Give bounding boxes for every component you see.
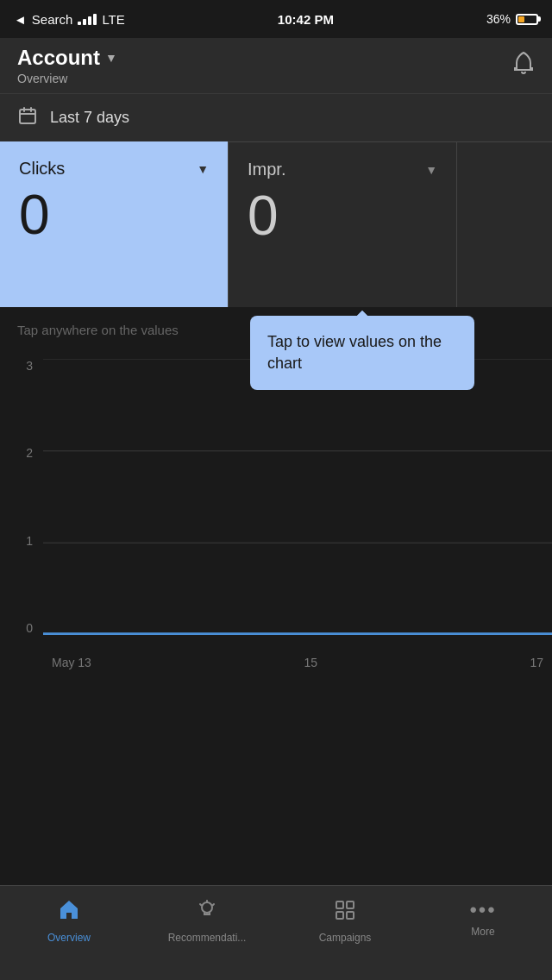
svg-rect-11 <box>347 901 354 908</box>
grid-icon <box>333 898 357 928</box>
x-label-may13: May 13 <box>52 656 91 669</box>
metric-clicks-label: Clicks <box>19 159 65 179</box>
x-label-17: 17 <box>530 656 543 669</box>
metric-impressions[interactable]: Impr. ▼ 0 <box>228 141 456 307</box>
date-range-row[interactable]: Last 7 days <box>0 93 552 141</box>
metric-clicks-chevron[interactable]: ▼ <box>197 162 209 176</box>
bulb-icon <box>195 898 219 928</box>
nav-item-more[interactable]: ••• More <box>414 895 552 938</box>
tooltip-arrow <box>355 304 369 317</box>
date-range-label: Last 7 days <box>50 109 129 127</box>
svg-rect-12 <box>336 912 343 919</box>
metric-impressions-label: Impr. <box>248 160 285 179</box>
battery-icon <box>516 14 538 25</box>
carrier-label: Search <box>32 12 73 27</box>
network-type: LTE <box>102 12 124 27</box>
nav-more-label: More <box>471 926 494 938</box>
svg-line-8 <box>200 904 202 906</box>
metric-impressions-value: 0 <box>248 188 437 243</box>
nav-campaigns-label: Campaigns <box>319 932 372 944</box>
nav-item-campaigns[interactable]: Campaigns <box>276 895 414 944</box>
chart-svg <box>43 359 552 635</box>
metric-clicks[interactable]: Clicks ▼ 0 <box>0 141 228 307</box>
y-label-3: 3 <box>26 359 33 373</box>
metric-clicks-value: 0 <box>19 187 209 242</box>
svg-line-9 <box>213 904 215 906</box>
svg-rect-10 <box>336 901 343 908</box>
calendar-icon <box>17 105 38 130</box>
nav-overview-label: Overview <box>47 932 91 944</box>
metric-impressions-chevron[interactable]: ▼ <box>425 163 437 177</box>
account-chevron[interactable]: ▼ <box>105 51 117 65</box>
tap-hint: Tap anywhere on the values <box>17 321 250 339</box>
x-label-15: 15 <box>304 656 317 669</box>
status-bar: ◄ Search LTE 10:42 PM 36% <box>0 0 552 38</box>
notification-bell-icon[interactable] <box>512 51 535 80</box>
status-right: 36% <box>486 12 538 26</box>
app-header: Account ▼ Overview <box>0 38 552 93</box>
nav-recommendations-label: Recommendati... <box>168 932 247 944</box>
more-dots-icon: ••• <box>469 898 496 922</box>
home-icon <box>57 898 81 928</box>
svg-rect-0 <box>20 110 35 123</box>
y-label-2: 2 <box>26 446 33 460</box>
header-title[interactable]: Account ▼ <box>17 46 117 70</box>
y-label-0: 0 <box>26 621 33 635</box>
status-left: ◄ Search LTE <box>14 12 125 27</box>
nav-item-recommendations[interactable]: Recommendati... <box>138 895 276 944</box>
signal-bars <box>78 14 97 25</box>
metric-impressions-header: Impr. ▼ <box>248 160 437 179</box>
metrics-row: Clicks ▼ 0 Impr. ▼ 0 <box>0 141 552 307</box>
svg-rect-13 <box>347 912 354 919</box>
metric-clicks-header: Clicks ▼ <box>19 159 209 179</box>
status-time: 10:42 PM <box>278 12 334 27</box>
battery-fill <box>518 16 524 22</box>
header-subtitle: Overview <box>17 72 117 85</box>
battery-percent: 36% <box>486 12 511 26</box>
svg-point-6 <box>202 902 212 913</box>
back-arrow: ◄ <box>14 12 27 27</box>
y-label-1: 1 <box>26 534 33 548</box>
header-left: Account ▼ Overview <box>17 46 117 85</box>
chart-area[interactable]: Tap anywhere on the values Tap to view v… <box>0 307 552 678</box>
tooltip-text: Tap to view values on the chart <box>267 333 442 372</box>
metric-extra <box>456 141 552 307</box>
chart-tooltip: Tap to view values on the chart <box>250 316 474 390</box>
y-axis: 3 2 1 0 <box>0 359 40 635</box>
x-axis: May 13 15 17 <box>43 656 552 669</box>
bottom-nav: Overview Recommendati... Campaigns <box>0 885 552 980</box>
account-label: Account <box>17 46 100 70</box>
nav-item-overview[interactable]: Overview <box>0 895 138 944</box>
